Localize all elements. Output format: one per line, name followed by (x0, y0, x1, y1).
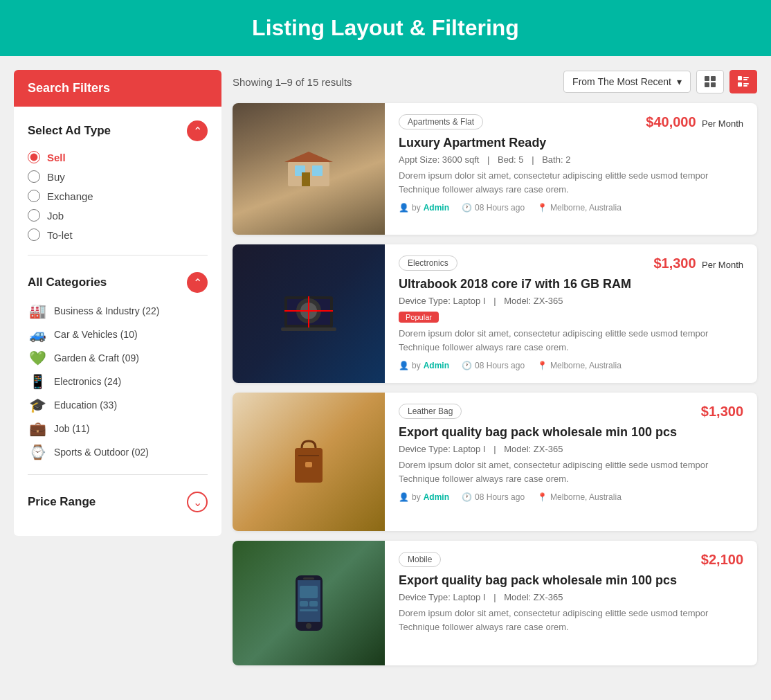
price-range-title: Price Range (28, 495, 96, 509)
car-icon: 🚙 (28, 326, 47, 343)
spec-separator-2: | (532, 154, 536, 165)
listing-price-container-3: $1,300 (701, 404, 743, 420)
listing-card-3: Leather Bag $1,300 Export quality bag pa… (233, 393, 757, 531)
svg-rect-5 (743, 77, 749, 78)
toolbar-right: From The Most Recent ▾ (563, 70, 757, 93)
radio-exchange-input[interactable] (28, 190, 40, 202)
ad-type-toggle-btn[interactable]: ⌃ (187, 120, 208, 141)
radio-buy[interactable]: Buy (28, 170, 208, 183)
svg-marker-14 (284, 152, 333, 162)
sidebar-header: Search Filters (14, 70, 221, 107)
electronics-icon: 📱 (28, 373, 47, 390)
radio-job-input[interactable] (28, 209, 40, 222)
laptop-illustration (278, 289, 340, 338)
categories-toggle-btn[interactable]: ⌃ (187, 272, 208, 293)
sort-label: From The Most Recent (572, 76, 671, 87)
business-icon: 🏭 (28, 303, 47, 319)
category-car[interactable]: 🚙 Car & Vehicles (10) (28, 326, 208, 343)
categories-filter: All Categories ⌃ 🏭 Business & Industry (… (28, 272, 208, 475)
apartment-illustration (281, 148, 336, 190)
listing-top-3: Leather Bag $1,300 (399, 404, 743, 420)
categories-title: All Categories (28, 276, 107, 289)
list-icon (737, 75, 750, 88)
clock-icon-1: 🕐 (462, 203, 472, 213)
listing-author-3: 👤 by Admin (399, 492, 449, 502)
svg-rect-9 (743, 85, 747, 87)
category-education[interactable]: 🎓 Education (33) (28, 397, 208, 413)
category-electronics[interactable]: 📱 Electronics (24) (28, 373, 208, 390)
svg-rect-2 (705, 82, 709, 87)
svg-rect-8 (743, 83, 749, 84)
svg-point-27 (306, 623, 311, 629)
radio-exchange[interactable]: Exchange (28, 190, 208, 202)
page-header: Listing Layout & Filtering (0, 0, 771, 56)
main-layout: Search Filters Select Ad Type ⌃ Sell Buy (0, 56, 771, 689)
listing-time-3: 🕐 08 Hours ago (462, 492, 525, 502)
list-view-btn[interactable] (729, 70, 757, 93)
svg-rect-13 (302, 172, 310, 186)
content-toolbar: Showing 1–9 of 15 results From The Most … (233, 70, 757, 93)
listing-image-2 (233, 244, 385, 383)
ad-type-title: Select Ad Type (28, 124, 111, 138)
education-icon: 🎓 (28, 397, 47, 413)
radio-sell-label: Sell (47, 152, 66, 163)
radio-buy-input[interactable] (28, 170, 40, 183)
sort-dropdown[interactable]: From The Most Recent ▾ (563, 71, 691, 93)
price-range-toggle-btn[interactable]: ⌄ (187, 492, 208, 512)
listing-price-4: $2,100 (701, 552, 743, 567)
garden-icon: 💚 (28, 350, 47, 366)
listing-price-container-1: $40,000 Per Month (646, 114, 743, 130)
svg-rect-7 (738, 82, 742, 87)
radio-to-let[interactable]: To-let (28, 228, 208, 241)
listing-card-1: Apartments & Flat $40,000 Per Month Luxu… (233, 103, 757, 235)
svg-rect-29 (300, 586, 318, 598)
popular-badge-2: Popular (399, 310, 743, 327)
category-sports[interactable]: ⌚ Sports & Outdoor (02) (28, 444, 208, 460)
spec-type-3: Device Type: Laptop I (399, 444, 486, 454)
radio-to-let-input[interactable] (28, 228, 40, 241)
spec-separator-3a: | (493, 444, 498, 454)
page-title: Listing Layout & Filtering (15, 15, 756, 41)
radio-job[interactable]: Job (28, 209, 208, 222)
location-icon-2: 📍 (537, 361, 547, 370)
category-garden[interactable]: 💚 Garden & Craft (09) (28, 350, 208, 366)
listing-card-2: Electronics $1,300 Per Month Ultrabook 2… (233, 244, 757, 383)
radio-sell-input[interactable] (28, 151, 40, 163)
radio-job-label: Job (47, 210, 64, 222)
radio-buy-label: Buy (47, 171, 65, 183)
spec-separator-4a: | (493, 592, 498, 602)
listing-body-4: Mobile $2,100 Export quality bag pack wh… (385, 541, 757, 665)
listing-image-4 (233, 541, 385, 665)
grid-view-btn[interactable] (696, 70, 724, 93)
category-job-label: Job (11) (54, 423, 89, 434)
listing-author-1: 👤 by Admin (399, 203, 449, 213)
author-link-1[interactable]: Admin (424, 203, 449, 213)
svg-rect-23 (298, 455, 319, 456)
categories-header: All Categories ⌃ (28, 272, 208, 293)
author-link-3[interactable]: Admin (424, 492, 449, 502)
listing-author-2: 👤 by Admin (399, 361, 449, 370)
listing-price-unit-1: Per Month (702, 118, 743, 129)
ad-type-header: Select Ad Type ⌃ (28, 120, 208, 141)
listing-badge-2: Electronics (399, 255, 457, 271)
job-icon: 💼 (28, 420, 47, 437)
listing-location-2: 📍 Melborne, Australia (537, 361, 622, 370)
user-icon-1: 👤 (399, 203, 409, 213)
spec-type-2: Device Type: Laptop I (399, 296, 486, 306)
chevron-down-icon: ▾ (677, 76, 682, 87)
user-icon-3: 👤 (399, 492, 409, 502)
radio-sell[interactable]: Sell (28, 151, 208, 163)
listing-image-1 (233, 103, 385, 235)
listing-meta-3: 👤 by Admin 🕐 08 Hours ago 📍 Melborne, Au… (399, 492, 743, 502)
category-sports-label: Sports & Outdoor (02) (54, 447, 149, 458)
author-link-2[interactable]: Admin (424, 361, 449, 370)
category-job[interactable]: 💼 Job (11) (28, 420, 208, 437)
category-garden-label: Garden & Craft (09) (54, 352, 139, 364)
bag-illustration (284, 434, 333, 490)
listing-badge-1: Apartments & Flat (399, 114, 483, 129)
svg-rect-21 (281, 327, 336, 331)
listing-top-1: Apartments & Flat $40,000 Per Month (399, 114, 743, 130)
category-business[interactable]: 🏭 Business & Industry (22) (28, 303, 208, 319)
listing-title-1: Luxury Apartment Ready (399, 136, 743, 150)
listing-badge-4: Mobile (399, 552, 441, 567)
